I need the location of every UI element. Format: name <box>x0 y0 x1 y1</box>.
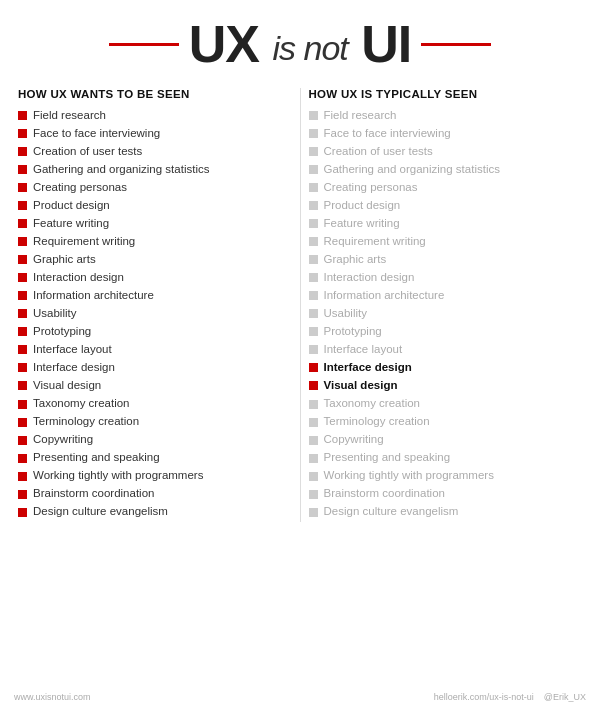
list-item: Taxonomy creation <box>309 396 583 412</box>
list-item: Feature writing <box>309 216 583 232</box>
bullet-icon <box>18 201 27 210</box>
item-label: Usability <box>33 306 76 322</box>
bullet-icon <box>309 400 318 409</box>
list-item: Interface layout <box>309 342 583 358</box>
list-item: Field research <box>309 108 583 124</box>
list-item: Product design <box>309 198 583 214</box>
item-label: Visual design <box>324 378 398 394</box>
col1-list: Field researchFace to face interviewingC… <box>18 108 292 520</box>
list-item: Interaction design <box>18 270 292 286</box>
main-title: UX is not UI <box>189 18 411 70</box>
item-label: Field research <box>33 108 106 124</box>
bullet-icon <box>18 165 27 174</box>
list-item: Design culture evangelism <box>18 504 292 520</box>
item-label: Prototyping <box>324 324 382 340</box>
item-label: Product design <box>33 198 110 214</box>
item-label: Creating personas <box>33 180 127 196</box>
header-line-right <box>421 43 491 46</box>
item-label: Feature writing <box>33 216 109 232</box>
list-item: Terminology creation <box>18 414 292 430</box>
item-label: Presenting and speaking <box>33 450 160 466</box>
title-ui: UI <box>361 15 411 73</box>
bullet-icon <box>18 327 27 336</box>
item-label: Copywriting <box>324 432 384 448</box>
bullet-icon <box>18 273 27 282</box>
list-item: Creating personas <box>309 180 583 196</box>
list-item: Gathering and organizing statistics <box>309 162 583 178</box>
item-label: Presenting and speaking <box>324 450 451 466</box>
list-item: Taxonomy creation <box>18 396 292 412</box>
col2-list: Field researchFace to face interviewingC… <box>309 108 583 520</box>
bullet-icon <box>309 165 318 174</box>
item-label: Product design <box>324 198 401 214</box>
item-label: Interaction design <box>33 270 124 286</box>
item-label: Taxonomy creation <box>33 396 130 412</box>
list-item: Working tightly with programmers <box>18 468 292 484</box>
bullet-icon <box>309 418 318 427</box>
bullet-icon <box>309 201 318 210</box>
item-label: Brainstorm coordination <box>324 486 445 502</box>
bullet-icon <box>18 255 27 264</box>
item-label: Usability <box>324 306 367 322</box>
list-item: Design culture evangelism <box>309 504 583 520</box>
item-label: Working tightly with programmers <box>324 468 494 484</box>
bullet-icon <box>18 183 27 192</box>
list-item: Information architecture <box>309 288 583 304</box>
header-title-row: UX is not UI <box>20 18 580 70</box>
list-item: Presenting and speaking <box>309 450 583 466</box>
bullet-icon <box>309 436 318 445</box>
item-label: Design culture evangelism <box>324 504 459 520</box>
bullet-icon <box>18 111 27 120</box>
bullet-icon <box>309 183 318 192</box>
bullet-icon <box>18 147 27 156</box>
item-label: Prototyping <box>33 324 91 340</box>
item-label: Working tightly with programmers <box>33 468 203 484</box>
item-label: Visual design <box>33 378 101 394</box>
bullet-icon <box>18 129 27 138</box>
bullet-icon <box>309 381 318 390</box>
bullet-icon <box>309 237 318 246</box>
bullet-icon <box>309 129 318 138</box>
footer-twitter: @Erik_UX <box>544 692 586 702</box>
col-ux-seen: HOW UX IS TYPICALLY SEEN Field researchF… <box>305 88 587 522</box>
list-item: Requirement writing <box>18 234 292 250</box>
list-item: Graphic arts <box>309 252 583 268</box>
col-ux-wants: HOW UX WANTS TO BE SEEN Field researchFa… <box>14 88 296 522</box>
item-label: Feature writing <box>324 216 400 232</box>
header: UX is not UI <box>0 0 600 80</box>
bullet-icon <box>18 345 27 354</box>
bullet-icon <box>18 490 27 499</box>
list-item: Copywriting <box>309 432 583 448</box>
bullet-icon <box>309 363 318 372</box>
footer-website: www.uxisnotui.com <box>14 692 91 702</box>
item-label: Information architecture <box>33 288 154 304</box>
item-label: Field research <box>324 108 397 124</box>
item-label: Gathering and organizing statistics <box>33 162 209 178</box>
item-label: Graphic arts <box>33 252 96 268</box>
bullet-icon <box>309 327 318 336</box>
item-label: Gathering and organizing statistics <box>324 162 500 178</box>
list-item: Presenting and speaking <box>18 450 292 466</box>
col-divider <box>300 88 301 522</box>
bullet-icon <box>309 490 318 499</box>
footer: www.uxisnotui.com helloerik.com/ux-is-no… <box>0 692 600 702</box>
title-is-not: is not <box>272 29 347 67</box>
item-label: Taxonomy creation <box>324 396 421 412</box>
list-item: Creating personas <box>18 180 292 196</box>
item-label: Face to face interviewing <box>33 126 160 142</box>
list-item: Copywriting <box>18 432 292 448</box>
list-item: Prototyping <box>18 324 292 340</box>
bullet-icon <box>18 237 27 246</box>
list-item: Information architecture <box>18 288 292 304</box>
list-item: Interface design <box>18 360 292 376</box>
bullet-icon <box>18 454 27 463</box>
item-label: Interface layout <box>33 342 112 358</box>
footer-links: helloerik.com/ux-is-not-ui @Erik_UX <box>434 692 586 702</box>
list-item: Graphic arts <box>18 252 292 268</box>
bullet-icon <box>18 400 27 409</box>
list-item: Interface layout <box>18 342 292 358</box>
list-item: Prototyping <box>309 324 583 340</box>
bullet-icon <box>309 219 318 228</box>
list-item: Requirement writing <box>309 234 583 250</box>
list-item: Face to face interviewing <box>18 126 292 142</box>
